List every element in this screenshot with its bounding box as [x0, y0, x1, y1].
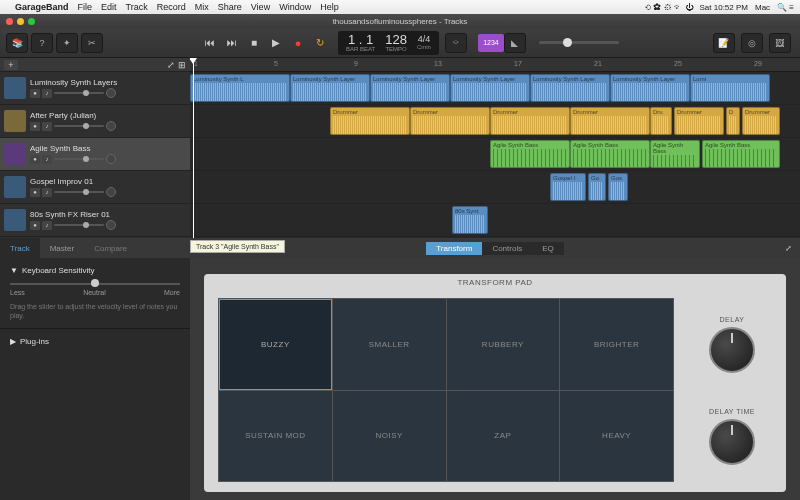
forward-button[interactable]: ⏭ — [222, 33, 242, 53]
volume-slider[interactable] — [54, 224, 104, 226]
transform-pad[interactable]: RUBBERY — [447, 299, 560, 390]
transform-pad[interactable]: HEAVY — [560, 391, 673, 482]
transform-pad[interactable]: ZAP — [447, 391, 560, 482]
region[interactable]: Drummer — [570, 107, 650, 135]
notepad-button[interactable]: 📝 — [713, 33, 735, 53]
app-menu[interactable]: GarageBand — [15, 2, 69, 12]
editors-button[interactable]: ✂ — [81, 33, 103, 53]
solo-button[interactable]: ♪ — [42, 155, 52, 164]
tempo-display[interactable]: 128 — [385, 33, 407, 46]
track-icon[interactable] — [4, 209, 26, 231]
region[interactable]: Luminosity Synth Layer — [290, 74, 370, 102]
library-button[interactable]: 📚 — [6, 33, 28, 53]
menu-edit[interactable]: Edit — [101, 2, 117, 12]
track-icon[interactable] — [4, 110, 26, 132]
region[interactable]: 80s Synt — [452, 206, 488, 234]
compare-button[interactable]: Compare — [84, 238, 137, 258]
mute-button[interactable]: ● — [30, 155, 40, 164]
smart-controls-button[interactable]: ✦ — [56, 33, 78, 53]
pan-knob[interactable] — [106, 220, 116, 230]
menu-mix[interactable]: Mix — [195, 2, 209, 12]
region[interactable]: Dru — [650, 107, 672, 135]
track-icon[interactable] — [4, 143, 26, 165]
region[interactable]: D — [726, 107, 740, 135]
region[interactable]: Drummer — [742, 107, 780, 135]
position-display[interactable]: 1 . 1 — [348, 33, 373, 46]
region[interactable]: Luminosity Synth Layer — [450, 74, 530, 102]
region[interactable]: Gos — [608, 173, 628, 201]
volume-slider[interactable] — [54, 92, 104, 94]
close-window[interactable] — [6, 18, 13, 25]
menu-help[interactable]: Help — [320, 2, 339, 12]
tuner-button[interactable]: ⌔ — [445, 33, 467, 53]
play-button[interactable]: ▶ — [266, 33, 286, 53]
track-header[interactable]: Agile Synth Bass●♪ — [0, 138, 190, 171]
transform-pad[interactable]: BUZZY — [219, 299, 332, 390]
tab-master[interactable]: Master — [40, 238, 84, 258]
pan-knob[interactable] — [106, 88, 116, 98]
region[interactable]: Agile Synth Bass — [490, 140, 570, 168]
timeline[interactable]: 1591317212529 Luminosity Synth LLuminosi… — [190, 58, 800, 238]
zoom-window[interactable] — [28, 18, 35, 25]
menu-share[interactable]: Share — [218, 2, 242, 12]
mute-button[interactable]: ● — [30, 221, 40, 230]
track-icon[interactable] — [4, 176, 26, 198]
region[interactable]: Lumi — [690, 74, 770, 102]
tab-track[interactable]: Track — [0, 238, 40, 258]
region[interactable]: Go — [588, 173, 606, 201]
playhead[interactable] — [193, 58, 194, 238]
solo-button[interactable]: ♪ — [42, 89, 52, 98]
mute-button[interactable]: ● — [30, 122, 40, 131]
region[interactable]: Drummer — [410, 107, 490, 135]
wifi-icon[interactable]: ⟲ ✿ ⚙ ᯤ ⏻ — [644, 3, 693, 12]
track-lane[interactable]: Gospel IGoGos — [190, 171, 800, 204]
metronome-button[interactable]: ◣ — [504, 33, 526, 53]
mute-button[interactable]: ● — [30, 188, 40, 197]
region[interactable]: Agile Synth Bass — [702, 140, 780, 168]
transform-pad-grid[interactable]: BUZZYSMALLERRUBBERYBRIGHTERSUSTAIN MODNO… — [218, 298, 674, 482]
track-header[interactable]: Gospel Improv 01●♪ — [0, 171, 190, 204]
volume-slider[interactable] — [54, 125, 104, 127]
tab-eq[interactable]: EQ — [532, 242, 564, 255]
menu-track[interactable]: Track — [126, 2, 148, 12]
track-header[interactable]: 80s Synth FX Riser 01●♪ — [0, 204, 190, 237]
menu-view[interactable]: View — [251, 2, 270, 12]
region[interactable]: Luminosity Synth L — [190, 74, 290, 102]
menu-record[interactable]: Record — [157, 2, 186, 12]
region[interactable]: Luminosity Synth Layer — [530, 74, 610, 102]
rewind-button[interactable]: ⏮ — [200, 33, 220, 53]
count-in-button[interactable]: 1234 — [478, 34, 504, 52]
sensitivity-slider[interactable] — [10, 283, 180, 285]
track-header[interactable]: After Party (Julian)●♪ — [0, 105, 190, 138]
solo-button[interactable]: ♪ — [42, 221, 52, 230]
plugins-header[interactable]: ▶ Plug-ins — [10, 337, 180, 346]
media-button[interactable]: 🖼 — [769, 33, 791, 53]
mute-button[interactable]: ● — [30, 89, 40, 98]
transform-pad[interactable]: SMALLER — [333, 299, 446, 390]
solo-button[interactable]: ♪ — [42, 188, 52, 197]
minimize-window[interactable] — [17, 18, 24, 25]
region[interactable]: Drummer — [330, 107, 410, 135]
delay-time-knob[interactable] — [709, 419, 755, 465]
transform-pad[interactable]: SUSTAIN MOD — [219, 391, 332, 482]
key-display[interactable]: Cmin — [417, 44, 431, 50]
catch-icon[interactable]: ⊞ — [178, 60, 186, 70]
loops-button[interactable]: ◎ — [741, 33, 763, 53]
add-track-button[interactable]: + — [4, 60, 18, 70]
delay-knob[interactable] — [709, 327, 755, 373]
region[interactable]: Gospel I — [550, 173, 586, 201]
track-lane[interactable]: Agile Synth BassAgile Synth BassAgile Sy… — [190, 138, 800, 171]
menu-file[interactable]: File — [78, 2, 93, 12]
user-menu[interactable]: Mac — [755, 3, 770, 12]
region[interactable]: Luminosity Synth Layer — [370, 74, 450, 102]
pan-knob[interactable] — [106, 187, 116, 197]
record-button[interactable]: ● — [288, 33, 308, 53]
automation-icon[interactable]: ⤢ — [167, 60, 175, 70]
expand-icon[interactable]: ⤢ — [785, 244, 792, 253]
region[interactable]: Luminosity Synth Layer — [610, 74, 690, 102]
pan-knob[interactable] — [106, 121, 116, 131]
volume-slider[interactable] — [54, 158, 104, 160]
transform-pad[interactable]: BRIGHTER — [560, 299, 673, 390]
track-header[interactable]: Luminosity Synth Layers●♪ — [0, 72, 190, 105]
master-volume[interactable] — [539, 41, 619, 44]
